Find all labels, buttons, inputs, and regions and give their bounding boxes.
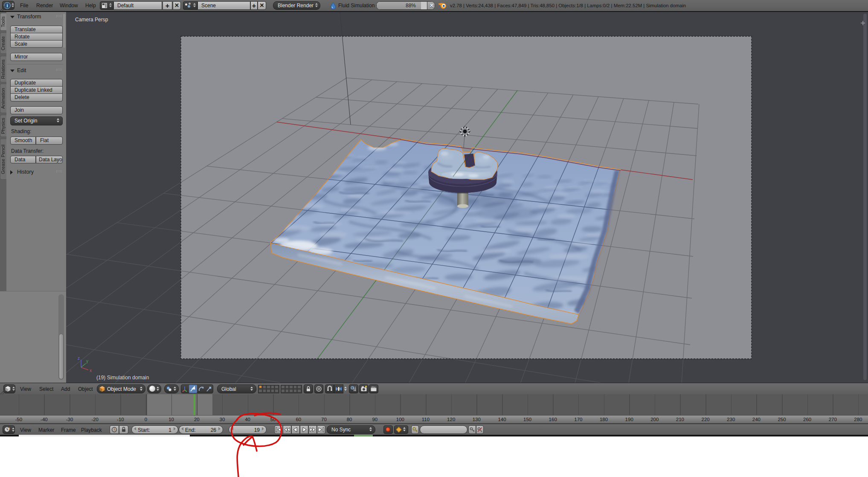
svg-text:Camera Persp: Camera Persp xyxy=(75,17,108,23)
svg-text:x: x xyxy=(90,368,92,373)
svg-text:(19) Simulation domain: (19) Simulation domain xyxy=(96,375,149,381)
svg-text:z: z xyxy=(78,356,80,361)
svg-text:y: y xyxy=(86,359,88,364)
